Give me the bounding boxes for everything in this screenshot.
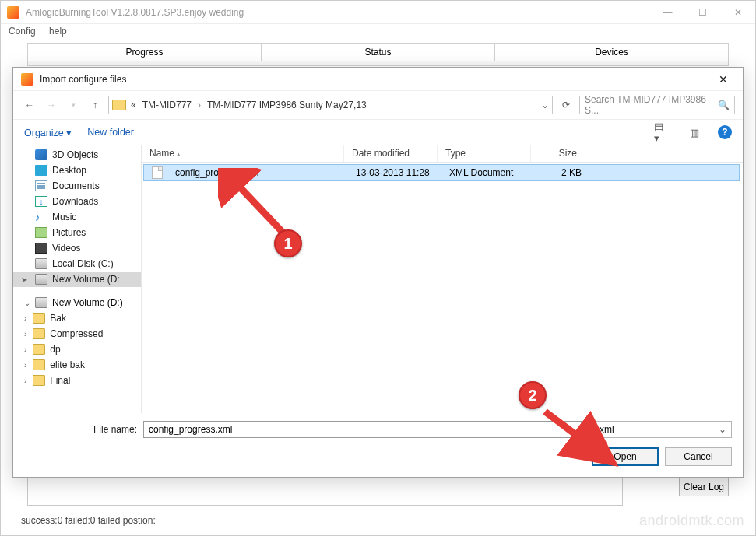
dialog-toolbar: Organize ▾ New folder ▤ ▾ ▥ ?: [13, 119, 743, 145]
menubar: Config help: [1, 24, 755, 38]
file-type-filter[interactable]: *.xml⌄: [588, 421, 732, 438]
dialog-icon: [21, 73, 33, 86]
menu-config[interactable]: Config: [9, 26, 36, 37]
nav-row: ← → ▾ ↑ « TM-MID777 › TM-MID777 IMP3986 …: [13, 91, 743, 119]
tree-folder-final[interactable]: ›Final: [13, 373, 141, 388]
col-date[interactable]: Date modified: [344, 145, 438, 162]
statusbar: success:0 failed:0 failed postion:: [21, 515, 156, 526]
tree-folder-bak[interactable]: ›Bak: [13, 310, 141, 326]
organize-menu[interactable]: Organize ▾: [24, 127, 72, 138]
search-placeholder: Search TM-MID777 IMP3986 S...: [585, 94, 718, 116]
tree-folder-compressed[interactable]: ›Compressed: [13, 326, 141, 342]
maximize-button[interactable]: ☐: [685, 2, 720, 23]
list-header: Name▴ Date modified Type Size: [142, 145, 743, 163]
folder-icon: [33, 344, 45, 355]
col-size[interactable]: Size: [531, 145, 585, 162]
downloads-icon: [35, 196, 47, 207]
open-file-dialog: Import configure files ✕ ← → ▾ ↑ « TM-MI…: [12, 67, 744, 478]
tab-progress[interactable]: Progress: [28, 44, 262, 61]
sort-asc-icon: ▴: [174, 150, 181, 158]
folder-icon: [33, 313, 45, 324]
log-box: [27, 476, 623, 506]
nav-tree[interactable]: 3D Objects Desktop Documents Downloads ♪…: [13, 145, 142, 413]
app-title: AmlogicBurningTool V1.2.8.0817.SP3.enjoy…: [26, 7, 650, 18]
tree-3d-objects[interactable]: 3D Objects: [13, 147, 141, 163]
file-name-input[interactable]: [143, 421, 582, 438]
tree-downloads[interactable]: Downloads: [13, 194, 141, 209]
expand-icon[interactable]: ➤: [21, 275, 27, 284]
dialog-titlebar: Import configure files ✕: [13, 68, 743, 91]
folder-icon: [112, 100, 126, 110]
annotation-badge-1: 1: [274, 229, 302, 257]
clear-log-button[interactable]: Clear Log: [679, 478, 729, 496]
folder-icon: [33, 359, 45, 370]
tab-strip: [27, 61, 729, 66]
col-type[interactable]: Type: [438, 145, 531, 162]
preview-pane-button[interactable]: ▥: [687, 124, 702, 140]
file-list[interactable]: Name▴ Date modified Type Size config_pro…: [142, 145, 743, 413]
tab-status[interactable]: Status: [262, 44, 495, 61]
open-button[interactable]: Open: [592, 447, 659, 466]
main-titlebar: AmlogicBurningTool V1.2.8.0817.SP3.enjoy…: [1, 1, 755, 24]
watermark: androidmtk.com: [639, 513, 744, 529]
tree-section-new-volume-d[interactable]: ⌄New Volume (D:): [13, 295, 141, 310]
dialog-footer: File name: *.xml⌄ Open Cancel: [13, 413, 743, 477]
tree-videos[interactable]: Videos: [13, 240, 141, 256]
nav-recent-dropdown[interactable]: ▾: [65, 96, 82, 114]
folder-icon: [33, 375, 45, 386]
refresh-button[interactable]: ⟳: [557, 96, 575, 114]
file-name-label: File name:: [24, 424, 137, 435]
breadcrumb-prefix: «: [129, 100, 138, 110]
breadcrumb-sep: ›: [196, 100, 202, 110]
cancel-button[interactable]: Cancel: [665, 447, 732, 466]
tree-new-volume-d[interactable]: ➤New Volume (D:: [13, 272, 141, 287]
tree-folder-dp[interactable]: ›dp: [13, 342, 141, 357]
nav-up-button[interactable]: ↑: [86, 96, 104, 114]
pictures-icon: [35, 227, 47, 238]
col-name[interactable]: Name▴: [142, 145, 344, 162]
tree-music[interactable]: ♪Music: [13, 209, 141, 225]
disk-icon: [35, 297, 47, 308]
view-mode-button[interactable]: ▤ ▾: [654, 124, 670, 140]
file-icon: [152, 166, 163, 179]
breadcrumb-2[interactable]: TM-MID777 IMP3986 Sunty May27,13: [206, 100, 368, 110]
search-icon: 🔍: [718, 100, 730, 110]
chevron-down-icon: ⌄: [719, 424, 726, 435]
music-icon: ♪: [35, 212, 47, 222]
tabs-row: Progress Status Devices: [27, 43, 729, 61]
close-button[interactable]: ✕: [720, 2, 755, 23]
tree-pictures[interactable]: Pictures: [13, 225, 141, 240]
tree-documents[interactable]: Documents: [13, 178, 141, 194]
disk-icon: [35, 258, 47, 269]
new-folder-button[interactable]: New folder: [87, 127, 134, 138]
tree-local-disk-c[interactable]: Local Disk (C:): [13, 256, 141, 272]
dialog-close-button[interactable]: ✕: [712, 73, 735, 86]
tree-folder-elite-bak[interactable]: ›elite bak: [13, 357, 141, 373]
tab-devices[interactable]: Devices: [495, 44, 728, 61]
address-dropdown-icon[interactable]: ⌄: [541, 100, 549, 110]
address-bar[interactable]: « TM-MID777 › TM-MID777 IMP3986 Sunty Ma…: [108, 96, 553, 114]
disk-icon: [35, 274, 47, 285]
dialog-title: Import configure files: [40, 74, 712, 85]
folder-icon: [33, 328, 45, 339]
menu-help[interactable]: help: [49, 26, 67, 37]
minimize-button[interactable]: —: [650, 2, 685, 23]
file-row-selected[interactable]: config_progress.xml 13-03-2013 11:28 XML…: [143, 164, 740, 181]
tree-desktop[interactable]: Desktop: [13, 163, 141, 178]
desktop-icon: [35, 165, 47, 176]
file-date: 13-03-2013 11:28: [348, 167, 441, 178]
search-input[interactable]: Search TM-MID777 IMP3986 S... 🔍: [579, 96, 735, 114]
annotation-badge-2: 2: [519, 381, 547, 409]
app-icon: [7, 6, 19, 19]
help-button[interactable]: ?: [718, 125, 732, 139]
file-size: 2 KB: [535, 167, 589, 178]
file-type: XML Document: [441, 167, 535, 178]
nav-back-button[interactable]: ←: [21, 96, 38, 114]
breadcrumb-1[interactable]: TM-MID777: [141, 100, 193, 110]
nav-forward-button[interactable]: →: [43, 96, 60, 114]
file-name: config_progress.xml: [167, 167, 348, 178]
documents-icon: [35, 180, 47, 191]
objects-3d-icon: [35, 149, 47, 160]
videos-icon: [35, 243, 47, 254]
